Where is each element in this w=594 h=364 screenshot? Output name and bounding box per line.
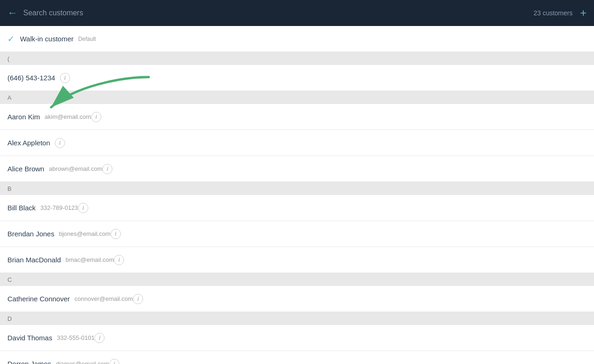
customer-list-wrapper: ✓ Walk-in customer Default ( (646) 543-1… bbox=[0, 26, 594, 364]
list-item[interactable]: (646) 543-1234 i bbox=[0, 65, 594, 91]
header: ← Search customers 23 customers + bbox=[0, 0, 594, 26]
customer-detail: 332-555-0101 bbox=[57, 334, 94, 341]
info-icon[interactable]: i bbox=[114, 255, 124, 265]
customer-detail: akim@email.com bbox=[45, 113, 91, 120]
customer-name: David Thomas bbox=[7, 334, 52, 342]
walkin-badge: Default bbox=[78, 36, 96, 42]
info-icon[interactable]: i bbox=[94, 333, 105, 343]
customer-detail: 332-789-0123 bbox=[40, 204, 78, 211]
customer-name: Catherine Connover bbox=[7, 295, 70, 303]
section-header-c: C bbox=[0, 273, 594, 286]
customer-detail: abrown@email.com bbox=[49, 165, 102, 172]
customer-name: Brian MacDonald bbox=[7, 256, 61, 264]
list-item[interactable]: Derren James djames@email.com i bbox=[0, 351, 594, 364]
customer-name: Alice Brown bbox=[7, 165, 44, 173]
section-header-a: A bbox=[0, 91, 594, 104]
customer-detail: djames@email.com bbox=[56, 360, 109, 364]
add-customer-button[interactable]: + bbox=[580, 6, 587, 20]
checkmark-icon: ✓ bbox=[7, 34, 14, 44]
info-icon[interactable]: i bbox=[78, 203, 88, 213]
info-icon[interactable]: i bbox=[102, 164, 112, 174]
customer-detail: bjones@email.com bbox=[59, 230, 111, 237]
section-header-b: B bbox=[0, 182, 594, 195]
customer-name: Aaron Kim bbox=[7, 113, 40, 121]
list-item[interactable]: Alex Appleton i bbox=[0, 130, 594, 156]
info-icon[interactable]: i bbox=[55, 138, 65, 148]
customer-name: Bill Black bbox=[7, 204, 36, 212]
walkin-customer-row[interactable]: ✓ Walk-in customer Default bbox=[0, 26, 594, 52]
info-icon[interactable]: i bbox=[133, 294, 143, 304]
customer-detail: connover@email.com bbox=[74, 295, 133, 302]
list-item[interactable]: Aaron Kim akim@email.com i bbox=[0, 104, 594, 130]
customer-name: (646) 543-1234 bbox=[7, 74, 55, 82]
customer-name: Brendan Jones bbox=[7, 230, 54, 238]
back-button[interactable]: ← bbox=[7, 7, 18, 19]
customer-count: 23 customers bbox=[534, 9, 573, 17]
info-icon[interactable]: i bbox=[60, 73, 70, 83]
info-icon[interactable]: i bbox=[111, 229, 121, 239]
list-item[interactable]: Alice Brown abrown@email.com i bbox=[0, 156, 594, 182]
list-item[interactable]: Catherine Connover connover@email.com i bbox=[0, 286, 594, 312]
search-input-placeholder[interactable]: Search customers bbox=[23, 9, 534, 17]
walkin-name: Walk-in customer bbox=[20, 35, 73, 43]
list-item[interactable]: Brian MacDonald bmac@email.com i bbox=[0, 247, 594, 273]
list-item[interactable]: Bill Black 332-789-0123 i bbox=[0, 195, 594, 221]
customer-detail: bmac@email.com bbox=[66, 256, 114, 263]
section-header-d: D bbox=[0, 312, 594, 325]
info-icon[interactable]: i bbox=[91, 112, 101, 122]
info-icon[interactable]: i bbox=[109, 359, 119, 364]
customer-name: Derren James bbox=[7, 360, 51, 364]
section-header-paren: ( bbox=[0, 52, 594, 65]
list-item[interactable]: Brendan Jones bjones@email.com i bbox=[0, 221, 594, 247]
list-item[interactable]: David Thomas 332-555-0101 i bbox=[0, 325, 594, 351]
customer-name: Alex Appleton bbox=[7, 139, 50, 147]
